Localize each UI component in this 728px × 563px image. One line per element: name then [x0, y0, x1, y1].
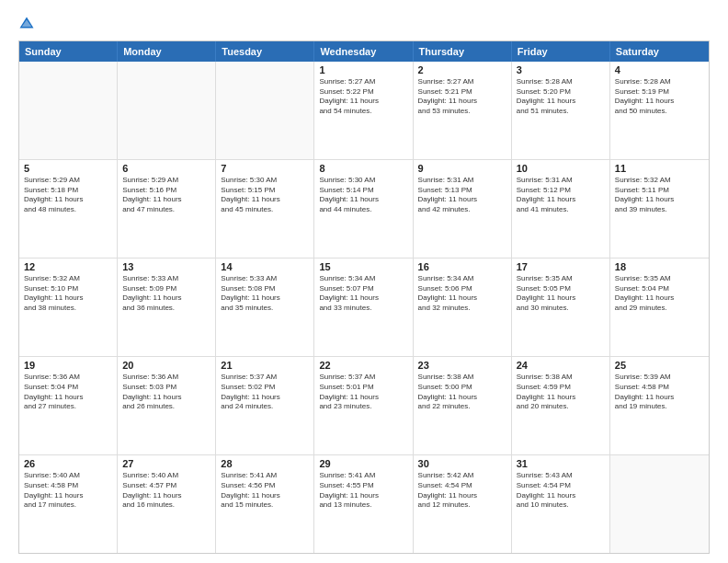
day-number: 22 [319, 360, 407, 371]
day-number: 10 [517, 163, 605, 174]
weekday-header-wednesday: Wednesday [314, 41, 413, 62]
day-info: Sunrise: 5:34 AM Sunset: 5:07 PM Dayligh… [319, 274, 407, 314]
day-info: Sunrise: 5:28 AM Sunset: 5:19 PM Dayligh… [615, 77, 704, 117]
calendar-day-empty [610, 455, 709, 553]
calendar-day-3: 3Sunrise: 5:28 AM Sunset: 5:20 PM Daylig… [512, 62, 610, 159]
day-number: 12 [24, 261, 112, 272]
day-info: Sunrise: 5:29 AM Sunset: 5:16 PM Dayligh… [122, 176, 210, 215]
calendar-day-22: 22Sunrise: 5:37 AM Sunset: 5:01 PM Dayli… [314, 357, 413, 454]
calendar-body: 1Sunrise: 5:27 AM Sunset: 5:22 PM Daylig… [19, 62, 709, 553]
calendar-day-11: 11Sunrise: 5:32 AM Sunset: 5:11 PM Dayli… [610, 160, 709, 258]
day-number: 14 [221, 261, 309, 272]
calendar-day-26: 26Sunrise: 5:40 AM Sunset: 4:58 PM Dayli… [19, 455, 118, 553]
day-info: Sunrise: 5:27 AM Sunset: 5:22 PM Dayligh… [319, 77, 407, 117]
calendar-day-13: 13Sunrise: 5:33 AM Sunset: 5:09 PM Dayli… [118, 259, 216, 356]
day-number: 29 [319, 458, 407, 469]
day-number: 4 [615, 64, 704, 75]
weekday-header-tuesday: Tuesday [216, 41, 314, 62]
calendar-day-21: 21Sunrise: 5:37 AM Sunset: 5:02 PM Dayli… [216, 357, 314, 454]
header [18, 15, 710, 33]
calendar-header: SundayMondayTuesdayWednesdayThursdayFrid… [19, 41, 709, 62]
weekday-header-saturday: Saturday [610, 41, 709, 62]
day-number: 30 [418, 458, 506, 469]
calendar-day-16: 16Sunrise: 5:34 AM Sunset: 5:06 PM Dayli… [414, 259, 512, 356]
day-info: Sunrise: 5:28 AM Sunset: 5:20 PM Dayligh… [517, 77, 605, 117]
day-info: Sunrise: 5:41 AM Sunset: 4:55 PM Dayligh… [319, 471, 407, 511]
day-info: Sunrise: 5:42 AM Sunset: 4:54 PM Dayligh… [418, 471, 506, 511]
day-number: 16 [418, 261, 506, 272]
calendar-day-28: 28Sunrise: 5:41 AM Sunset: 4:56 PM Dayli… [216, 455, 314, 553]
calendar-day-7: 7Sunrise: 5:30 AM Sunset: 5:15 PM Daylig… [216, 160, 314, 258]
calendar-day-empty [118, 62, 216, 159]
day-info: Sunrise: 5:43 AM Sunset: 4:54 PM Dayligh… [517, 471, 605, 511]
day-number: 19 [24, 360, 112, 371]
day-number: 9 [418, 163, 506, 174]
calendar-day-2: 2Sunrise: 5:27 AM Sunset: 5:21 PM Daylig… [414, 62, 512, 159]
calendar-day-6: 6Sunrise: 5:29 AM Sunset: 5:16 PM Daylig… [118, 160, 216, 258]
day-info: Sunrise: 5:39 AM Sunset: 4:58 PM Dayligh… [615, 373, 704, 412]
calendar-day-8: 8Sunrise: 5:30 AM Sunset: 5:14 PM Daylig… [314, 160, 413, 258]
calendar-day-20: 20Sunrise: 5:36 AM Sunset: 5:03 PM Dayli… [118, 357, 216, 454]
calendar-day-18: 18Sunrise: 5:35 AM Sunset: 5:04 PM Dayli… [610, 259, 709, 356]
day-number: 7 [221, 163, 309, 174]
day-info: Sunrise: 5:38 AM Sunset: 4:59 PM Dayligh… [517, 373, 605, 412]
calendar-day-24: 24Sunrise: 5:38 AM Sunset: 4:59 PM Dayli… [512, 357, 610, 454]
day-info: Sunrise: 5:37 AM Sunset: 5:02 PM Dayligh… [221, 373, 309, 412]
calendar-day-27: 27Sunrise: 5:40 AM Sunset: 4:57 PM Dayli… [118, 455, 216, 553]
day-number: 26 [24, 458, 112, 469]
day-info: Sunrise: 5:35 AM Sunset: 5:05 PM Dayligh… [517, 274, 605, 314]
calendar-day-14: 14Sunrise: 5:33 AM Sunset: 5:08 PM Dayli… [216, 259, 314, 356]
day-number: 13 [122, 261, 210, 272]
day-number: 31 [517, 458, 605, 469]
day-info: Sunrise: 5:41 AM Sunset: 4:56 PM Dayligh… [221, 471, 309, 511]
day-info: Sunrise: 5:40 AM Sunset: 4:57 PM Dayligh… [122, 471, 210, 511]
day-number: 5 [24, 163, 112, 174]
day-number: 6 [122, 163, 210, 174]
day-info: Sunrise: 5:27 AM Sunset: 5:21 PM Dayligh… [418, 77, 506, 117]
day-number: 2 [418, 64, 506, 75]
calendar-day-19: 19Sunrise: 5:36 AM Sunset: 5:04 PM Dayli… [19, 357, 118, 454]
calendar-day-12: 12Sunrise: 5:32 AM Sunset: 5:10 PM Dayli… [19, 259, 118, 356]
day-number: 17 [517, 261, 605, 272]
calendar-day-15: 15Sunrise: 5:34 AM Sunset: 5:07 PM Dayli… [314, 259, 413, 356]
day-number: 20 [122, 360, 210, 371]
day-info: Sunrise: 5:30 AM Sunset: 5:15 PM Dayligh… [221, 176, 309, 215]
day-info: Sunrise: 5:33 AM Sunset: 5:09 PM Dayligh… [122, 274, 210, 314]
day-number: 23 [418, 360, 506, 371]
calendar-day-10: 10Sunrise: 5:31 AM Sunset: 5:12 PM Dayli… [512, 160, 610, 258]
calendar-row-2: 5Sunrise: 5:29 AM Sunset: 5:18 PM Daylig… [19, 159, 709, 258]
day-number: 21 [221, 360, 309, 371]
calendar-day-empty [216, 62, 314, 159]
calendar-day-5: 5Sunrise: 5:29 AM Sunset: 5:18 PM Daylig… [19, 160, 118, 258]
calendar-row-1: 1Sunrise: 5:27 AM Sunset: 5:22 PM Daylig… [19, 62, 709, 159]
day-number: 25 [615, 360, 704, 371]
day-number: 15 [319, 261, 407, 272]
day-info: Sunrise: 5:40 AM Sunset: 4:58 PM Dayligh… [24, 471, 112, 511]
calendar-row-4: 19Sunrise: 5:36 AM Sunset: 5:04 PM Dayli… [19, 356, 709, 454]
calendar-day-30: 30Sunrise: 5:42 AM Sunset: 4:54 PM Dayli… [414, 455, 512, 553]
calendar-day-17: 17Sunrise: 5:35 AM Sunset: 5:05 PM Dayli… [512, 259, 610, 356]
weekday-header-monday: Monday [118, 41, 216, 62]
weekday-header-friday: Friday [512, 41, 610, 62]
weekday-header-thursday: Thursday [414, 41, 512, 62]
day-info: Sunrise: 5:32 AM Sunset: 5:10 PM Dayligh… [24, 274, 112, 314]
calendar-day-9: 9Sunrise: 5:31 AM Sunset: 5:13 PM Daylig… [414, 160, 512, 258]
calendar-day-empty [19, 62, 118, 159]
calendar-day-25: 25Sunrise: 5:39 AM Sunset: 4:58 PM Dayli… [610, 357, 709, 454]
day-info: Sunrise: 5:34 AM Sunset: 5:06 PM Dayligh… [418, 274, 506, 314]
page: SundayMondayTuesdayWednesdayThursdayFrid… [0, 0, 728, 563]
day-info: Sunrise: 5:31 AM Sunset: 5:13 PM Dayligh… [418, 176, 506, 215]
day-info: Sunrise: 5:32 AM Sunset: 5:11 PM Dayligh… [615, 176, 704, 215]
weekday-header-sunday: Sunday [19, 41, 118, 62]
calendar-day-23: 23Sunrise: 5:38 AM Sunset: 5:00 PM Dayli… [414, 357, 512, 454]
day-info: Sunrise: 5:31 AM Sunset: 5:12 PM Dayligh… [517, 176, 605, 215]
day-number: 11 [615, 163, 704, 174]
day-number: 28 [221, 458, 309, 469]
day-info: Sunrise: 5:35 AM Sunset: 5:04 PM Dayligh… [615, 274, 704, 314]
day-number: 3 [517, 64, 605, 75]
day-info: Sunrise: 5:30 AM Sunset: 5:14 PM Dayligh… [319, 176, 407, 215]
calendar-day-29: 29Sunrise: 5:41 AM Sunset: 4:55 PM Dayli… [314, 455, 413, 553]
day-info: Sunrise: 5:38 AM Sunset: 5:00 PM Dayligh… [418, 373, 506, 412]
calendar-day-31: 31Sunrise: 5:43 AM Sunset: 4:54 PM Dayli… [512, 455, 610, 553]
day-info: Sunrise: 5:33 AM Sunset: 5:08 PM Dayligh… [221, 274, 309, 314]
